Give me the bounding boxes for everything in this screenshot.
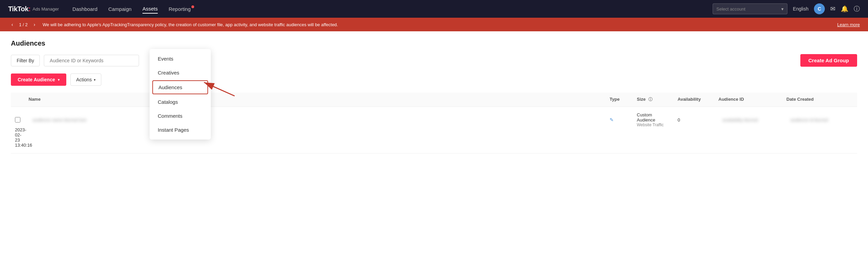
dropdown-comments[interactable]: Comments xyxy=(150,109,211,123)
action-row: Create Audience ▾ Actions ▾ xyxy=(11,74,857,86)
alert-next-btn[interactable]: › xyxy=(30,20,38,29)
alert-page: 1 / 2 xyxy=(19,22,28,27)
logo-text: TikTok: xyxy=(8,5,31,13)
nav-items: Dashboard Campaign Assets Reporting xyxy=(72,4,713,14)
alert-nav: ‹ 1 / 2 › xyxy=(8,20,38,29)
audience-type-sub: Website Traffic xyxy=(637,123,669,127)
th-date-created: Date Created xyxy=(782,97,857,102)
main-content: Audiences Filter By Create Ad Group Crea… xyxy=(0,31,868,261)
th-checkbox xyxy=(11,97,24,102)
inbox-icon[interactable]: ✉ xyxy=(830,5,835,13)
alert-prev-btn[interactable]: ‹ xyxy=(8,20,16,29)
row-checkbox[interactable] xyxy=(15,117,20,123)
bell-icon[interactable]: 🔔 xyxy=(841,5,848,13)
arrow-annotation xyxy=(197,79,238,101)
row-type-cell: ✎ xyxy=(606,117,633,123)
dropdown-creatives[interactable]: Creatives xyxy=(150,66,211,80)
nav-campaign[interactable]: Campaign xyxy=(108,5,132,13)
search-input[interactable] xyxy=(44,55,139,66)
create-audience-button[interactable]: Create Audience ▾ xyxy=(11,74,66,86)
row-checkbox-cell[interactable] xyxy=(11,117,24,123)
row-size: 0 xyxy=(674,117,714,123)
top-nav: TikTok: Ads Manager Dashboard Campaign A… xyxy=(0,0,868,18)
alert-text: We will be adhering to Apple's AppTracki… xyxy=(42,22,833,27)
table-header: Name Type Size ⓘ Availability Audience I… xyxy=(11,93,857,107)
account-search[interactable]: Select account ▾ xyxy=(713,3,787,14)
row-availability: availability blurred xyxy=(714,117,782,123)
dropdown-events[interactable]: Events xyxy=(150,52,211,66)
create-ad-group-button[interactable]: Create Ad Group xyxy=(800,54,857,67)
logo-sub: Ads Manager xyxy=(33,6,59,12)
language-selector[interactable]: English xyxy=(793,6,809,12)
th-name: Name xyxy=(24,97,606,102)
dropdown-instant-pages[interactable]: Instant Pages xyxy=(150,123,211,137)
alert-banner: ‹ 1 / 2 › We will be adhering to Apple's… xyxy=(0,18,868,31)
row-type-info: Custom Audience Website Traffic xyxy=(633,112,674,127)
th-availability: Availability xyxy=(674,97,714,102)
chevron-down-icon: ▾ xyxy=(94,78,96,82)
reporting-dot xyxy=(191,5,194,8)
th-size: Size ⓘ xyxy=(633,97,674,102)
edit-icon[interactable]: ✎ xyxy=(610,117,614,123)
logo[interactable]: TikTok: Ads Manager xyxy=(8,5,59,13)
svg-line-1 xyxy=(204,82,235,96)
audience-type-main: Custom Audience xyxy=(637,112,669,123)
table-row: audience name blurred text ✎ Custom Audi… xyxy=(11,107,857,153)
nav-reporting[interactable]: Reporting xyxy=(169,6,191,12)
nav-right: Select account ▾ English C ✉ 🔔 ⓘ xyxy=(713,3,860,14)
nav-dashboard[interactable]: Dashboard xyxy=(72,5,97,13)
avatar[interactable]: C xyxy=(814,3,825,14)
chevron-down-icon: ▾ xyxy=(781,6,784,12)
row-name-cell: audience name blurred text xyxy=(24,117,606,123)
alert-learn-more[interactable]: Learn more xyxy=(837,22,860,27)
help-icon[interactable]: ⓘ xyxy=(854,5,860,13)
row-audience-id: audience id blurred xyxy=(782,117,857,123)
row-date-created: 2023-02-23 13:40:16 xyxy=(11,127,24,148)
filter-row: Filter By Create Ad Group xyxy=(11,54,857,67)
row-name: audience name blurred text xyxy=(29,117,90,123)
filter-by-button[interactable]: Filter By xyxy=(11,55,40,66)
th-audience-id: Audience ID xyxy=(714,97,782,102)
th-type: Type xyxy=(606,97,633,102)
actions-button[interactable]: Actions ▾ xyxy=(70,74,101,86)
size-help-icon[interactable]: ⓘ xyxy=(648,97,652,102)
nav-assets[interactable]: Assets xyxy=(142,4,158,14)
chevron-down-icon: ▾ xyxy=(58,78,59,82)
page-title: Audiences xyxy=(11,39,857,47)
